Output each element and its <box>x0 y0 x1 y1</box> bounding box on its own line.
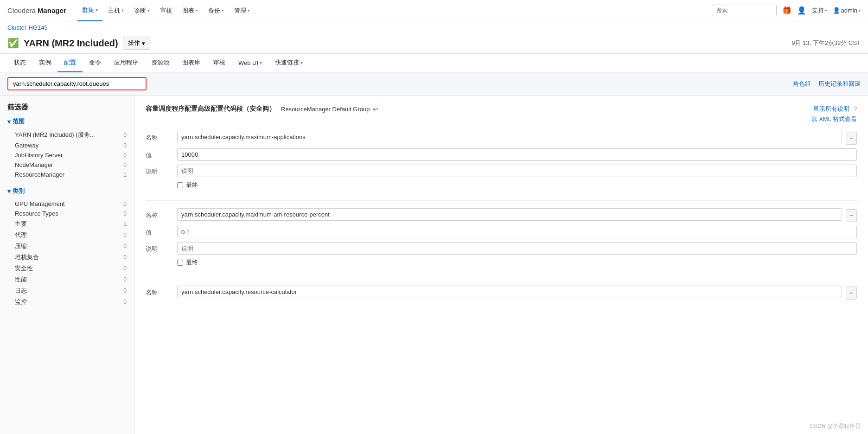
filter-bar: 角色组 历史记录和回滚 <box>0 72 868 96</box>
config-remove-btn-3[interactable]: － <box>846 287 857 300</box>
nav-item-cluster[interactable]: 群集 ▾ <box>77 0 102 21</box>
sidebar-item-resource-types[interactable]: Resource Types 0 <box>7 209 127 218</box>
sidebar-item-stack[interactable]: 堆栈集合 0 <box>7 252 127 263</box>
sidebar-item-yarn[interactable]: YARN (MR2 Included) (服务... 0 <box>7 129 127 140</box>
sidebar-item-jobhistory[interactable]: JobHistory Server 0 <box>7 150 127 160</box>
main-content: 筛选器 ▾ 范围 YARN (MR2 Included) (服务... 0 Ga… <box>0 96 868 434</box>
ops-button[interactable]: 操作 ▾ <box>123 37 150 50</box>
tab-config[interactable]: 配置 <box>57 54 83 72</box>
sidebar-item-monitor[interactable]: 监控 0 <box>7 296 127 307</box>
config-final-checkbox-1[interactable] <box>177 182 183 188</box>
watermark: CSDN @学霸程序员 <box>810 422 861 430</box>
chevron-down-icon: ▾ <box>7 118 11 125</box>
tab-instances[interactable]: 实例 <box>32 54 57 72</box>
tab-apps[interactable]: 应用程序 <box>108 54 145 72</box>
page-header: ✅ YARN (MR2 Included) 操作 ▾ 9月 13, 下午2点32… <box>0 34 868 54</box>
minus-icon: － <box>848 134 855 142</box>
xml-view-link[interactable]: 以 XML 格式查看 <box>811 115 857 123</box>
config-desc-input-1[interactable] <box>177 165 857 177</box>
config-final-checkbox-2[interactable] <box>177 260 183 266</box>
help-icon[interactable]: ? <box>853 105 857 113</box>
config-remove-btn-1[interactable]: － <box>846 132 857 145</box>
show-all-desc-link[interactable]: 显示所有说明 <box>813 105 849 113</box>
sidebar-item-resourcemanager[interactable]: ResourceManager 1 <box>7 170 127 179</box>
chevron-down-icon: ▾ <box>196 0 198 21</box>
config-row-name-1: 名称 － <box>146 131 857 145</box>
sidebar-item-security[interactable]: 安全性 0 <box>7 263 127 274</box>
support-link[interactable]: 支持 ▾ <box>812 6 827 15</box>
sidebar-item-gateway[interactable]: Gateway 0 <box>7 140 127 150</box>
brand: Cloudera Manager <box>7 6 66 14</box>
brand-manager: Manager <box>38 6 66 14</box>
config-value-input-2[interactable] <box>177 226 857 238</box>
tab-status[interactable]: 状态 <box>7 54 32 72</box>
tab-audit[interactable]: 审核 <box>207 54 232 72</box>
nav-item-diag[interactable]: 诊断 ▾ <box>129 0 154 21</box>
content-panel: 容量调度程序配置高级配置代码段（安全阀） ResourceManager Def… <box>134 96 868 434</box>
sidebar-item-main[interactable]: 主要 1 <box>7 218 127 230</box>
chevron-down-icon: ▾ <box>7 188 11 195</box>
sidebar-item-gpu[interactable]: GPU Management 0 <box>7 199 127 209</box>
tab-resource-pool[interactable]: 资源池 <box>145 54 176 72</box>
people-icon[interactable]: 👤 <box>797 6 806 15</box>
nav-item-backup[interactable]: 备份 ▾ <box>204 0 229 21</box>
config-item-3: 名称 － <box>146 286 857 300</box>
config-value-input-1[interactable] <box>177 148 857 161</box>
config-name-input-3[interactable] <box>177 286 842 298</box>
tab-chart-lib[interactable]: 图表库 <box>176 54 207 72</box>
sub-nav: 状态 实例 配置 命令 应用程序 资源池 图表库 审核 Web UI ▾ 快速链… <box>0 54 868 72</box>
top-nav: Cloudera Manager 群集 ▾ 主机 ▾ 诊断 ▾ 审核 图表 ▾ … <box>0 0 868 21</box>
config-name-input-2[interactable] <box>177 208 842 221</box>
sidebar-item-compress[interactable]: 压缩 0 <box>7 241 127 252</box>
config-name-input-1[interactable] <box>177 131 842 143</box>
admin-link[interactable]: 👤 admin ▾ <box>833 7 861 14</box>
nav-item-charts[interactable]: 图表 ▾ <box>178 0 203 21</box>
sidebar-item-perf[interactable]: 性能 0 <box>7 274 127 285</box>
section-header: 容量调度程序配置高级配置代码段（安全阀） ResourceManager Def… <box>146 105 378 113</box>
search-input[interactable] <box>712 5 777 16</box>
tab-quicklinks[interactable]: 快速链接 ▾ <box>268 54 309 72</box>
role-group-link[interactable]: 角色组 <box>793 80 811 88</box>
back-icon[interactable]: ↩ <box>373 105 378 113</box>
gift-icon[interactable]: 🎁 <box>782 6 791 15</box>
sidebar-item-nodemanager[interactable]: NodeManager 0 <box>7 160 127 170</box>
config-row-name-2: 名称 － <box>146 208 857 222</box>
config-item-1: 名称 － 值 说明 最终 <box>146 131 857 189</box>
history-rollback-link[interactable]: 历史记录和回滚 <box>818 80 861 88</box>
config-row-value-1: 值 <box>146 148 857 161</box>
chevron-down-icon: ▾ <box>96 0 98 21</box>
config-row-value-2: 值 <box>146 226 857 238</box>
nav-right: 🎁 👤 支持 ▾ 👤 admin ▾ <box>712 5 861 16</box>
page-title-area: ✅ YARN (MR2 Included) 操作 ▾ <box>7 37 791 50</box>
sidebar-item-log[interactable]: 日志 0 <box>7 285 127 296</box>
chevron-down-icon: ▾ <box>142 40 145 47</box>
config-remove-btn-2[interactable]: － <box>846 209 857 222</box>
tab-commands[interactable]: 命令 <box>83 54 108 72</box>
config-row-desc-2: 说明 <box>146 242 857 255</box>
config-search-input[interactable] <box>7 77 147 90</box>
chevron-down-icon: ▾ <box>248 0 250 21</box>
brand-cloudera: Cloudera <box>7 6 36 14</box>
section-title: 容量调度程序配置高级配置代码段（安全阀） <box>146 105 275 113</box>
sidebar-section-category-header[interactable]: ▾ 类别 <box>7 187 127 195</box>
nav-item-host[interactable]: 主机 ▾ <box>103 0 128 21</box>
sidebar-section-scope-header[interactable]: ▾ 范围 <box>7 117 127 126</box>
breadcrumb: Cluster-HG145 <box>0 21 868 34</box>
breadcrumb-link[interactable]: Cluster-HG145 <box>7 24 48 31</box>
minus-icon: － <box>848 289 855 297</box>
config-desc-input-2[interactable] <box>177 242 857 255</box>
nav-item-audit[interactable]: 审核 <box>155 0 177 21</box>
page-timestamp: 9月 13, 下午2点32分 CST <box>791 39 861 47</box>
chevron-down-icon: ▾ <box>147 0 150 21</box>
chevron-down-icon: ▾ <box>858 8 861 13</box>
filter-bar-right: 角色组 历史记录和回滚 <box>793 80 861 88</box>
minus-icon: － <box>848 211 855 220</box>
user-icon: 👤 <box>833 7 840 14</box>
sidebar-section-scope: ▾ 范围 YARN (MR2 Included) (服务... 0 Gatewa… <box>7 117 127 179</box>
sidebar-item-proxy[interactable]: 代理 0 <box>7 230 127 241</box>
sidebar: 筛选器 ▾ 范围 YARN (MR2 Included) (服务... 0 Ga… <box>0 96 134 434</box>
tab-webui[interactable]: Web UI ▾ <box>232 55 268 72</box>
status-ok-icon: ✅ <box>7 38 19 49</box>
nav-item-admin-top[interactable]: 管理 ▾ <box>230 0 255 21</box>
config-item-2: 名称 － 值 说明 最终 <box>146 208 857 267</box>
